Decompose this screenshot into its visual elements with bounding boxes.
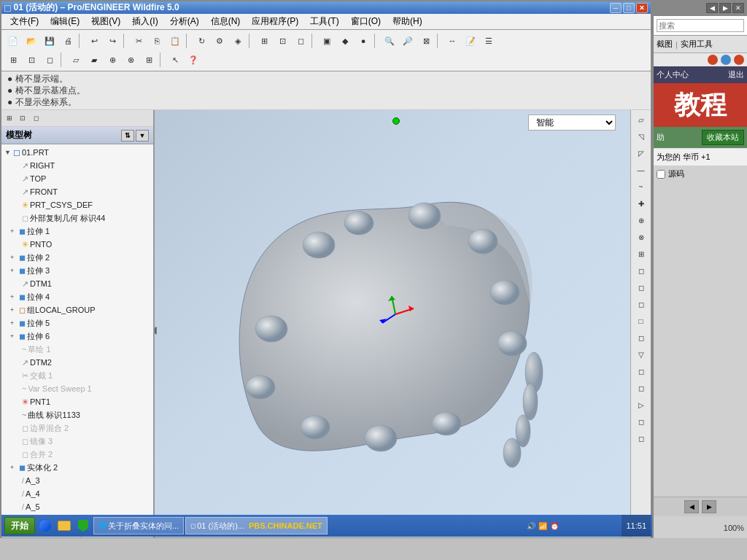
tree-item-14[interactable]: + ◼ 拉伸 6 [1,330,153,343]
rt-hole[interactable]: ◻ [632,380,650,396]
tree-item-3[interactable]: ↗ FRONT [1,185,153,198]
tb-plane4[interactable]: ⊗ [122,52,139,68]
tree-item-11[interactable]: + ◼ 拉伸 4 [1,290,153,303]
tb-sketch1[interactable]: ⊞ [4,52,22,68]
rt-line[interactable]: — [632,162,650,178]
ad-nav-forward[interactable]: ▶ [719,3,731,13]
tb-plane5[interactable]: ⊞ [140,52,158,68]
tree-item-24[interactable]: + ◼ 实体化 2 [1,461,153,474]
collect-site-button[interactable]: 收藏本站 [702,130,744,145]
tb-plane2[interactable]: ▰ [85,52,103,68]
rt-draft[interactable]: ▽ [632,346,650,362]
tb-dim[interactable]: ↔ [444,33,461,49]
tb-sel[interactable]: ↖ [166,52,184,68]
tree-item-26[interactable]: / A_4 [1,487,153,500]
rt-pattern[interactable]: ⊞ [632,246,650,262]
ad-dot-2[interactable] [721,55,731,65]
tb-copy[interactable]: ⎘ [148,33,166,49]
tree-layers-btn[interactable]: ⊡ [16,112,29,125]
tb-orient[interactable]: ◈ [229,33,247,49]
tree-item-10[interactable]: ↗ DTM1 [1,277,153,290]
tb-help-icon[interactable]: ❓ [185,52,202,68]
menu-edit[interactable]: 编辑(E) [44,14,85,29]
tb-undo[interactable]: ↩ [85,33,103,49]
tree-item-13[interactable]: + ◼ 拉伸 5 [1,316,153,330]
start-button[interactable]: 开始 [4,517,35,534]
ad-dot-3[interactable] [734,55,744,65]
tree-item-5[interactable]: ◻ 外部复制几何 标识44 [1,211,153,225]
ad-nav-back[interactable]: ◀ [706,3,718,13]
tb-view1[interactable]: ⊞ [255,33,273,49]
taskbar-icon-ie[interactable] [36,517,54,534]
tree-item-19[interactable]: ✳ PNT1 [1,395,153,408]
tb-view3[interactable]: ◻ [292,33,309,49]
tb-display2[interactable]: ◆ [336,33,354,49]
ad-nav-x[interactable]: ✕ [732,3,744,13]
tb-display1[interactable]: ▣ [318,33,336,49]
rt-mirror[interactable]: ⊗ [632,229,650,245]
menu-applications[interactable]: 应用程序(P) [246,14,304,29]
tree-settings-btn[interactable]: ◻ [29,112,42,125]
personal-center-label[interactable]: 个人中心 [657,69,689,80]
tree-item-12[interactable]: + ◻ 组LOCAL_GROUP [1,303,153,316]
tree-item-25[interactable]: / A_3 [1,474,153,487]
logout-label[interactable]: 退出 [728,69,744,80]
tree-item-16[interactable]: ↗ DTM2 [1,356,153,369]
tree-item-22[interactable]: ◻ 镜像 3 [1,435,153,448]
tb-view2[interactable]: ⊡ [274,33,291,49]
tb-zoom-in[interactable]: 🔍 [381,33,398,49]
tb-save[interactable]: 💾 [41,33,58,49]
tb-cut[interactable]: ✂ [130,33,147,49]
tree-item-9[interactable]: + ◼ 拉伸 3 [1,264,153,277]
tb-regen[interactable]: ↻ [193,33,210,49]
menu-analysis[interactable]: 分析(A) [164,14,205,29]
rt-shell[interactable]: ◻ [632,296,650,312]
tree-menu-btn[interactable]: ▼ [136,130,149,141]
tree-item-15[interactable]: ~ 草绘 1 [1,343,153,356]
tree-view-btn[interactable]: ⊞ [3,112,16,125]
rt-revolve[interactable]: ◸ [632,145,650,161]
tree-item-23[interactable]: ◻ 合并 2 [1,448,153,461]
tb-plane1[interactable]: ▱ [67,52,85,68]
menu-insert[interactable]: 插入(I) [126,14,163,29]
rt-plane[interactable]: ▱ [632,112,650,128]
tree-item-20[interactable]: ~ 曲线 标识1133 [1,408,153,421]
rt-csys[interactable]: ◻ [632,413,650,429]
tb-zoom-fit[interactable]: ⊠ [417,33,435,49]
tb-feature[interactable]: ⚙ [211,33,228,49]
menu-help[interactable]: 帮助(H) [387,14,428,29]
tb-display3[interactable]: ● [355,33,372,49]
menu-tools[interactable]: 工具(T) [304,14,344,29]
tree-item-6[interactable]: + ◼ 拉伸 1 [1,225,153,238]
tb-note[interactable]: 📝 [462,33,479,49]
snap-mode-select[interactable]: 智能 [528,114,616,131]
source-checkbox[interactable] [657,170,665,179]
rt-curve[interactable]: ~ [632,179,650,195]
rt-arrow[interactable]: ▷ [632,397,650,413]
tree-item-4[interactable]: ✳ PRT_CSYS_DEF [1,198,153,211]
menu-info[interactable]: 信息(N) [205,14,247,29]
panel-collapse-btn[interactable]: ◀ [155,324,157,335]
minimize-button[interactable]: ─ [610,3,622,13]
maximize-button[interactable]: □ [623,3,635,13]
ad-dot-1[interactable] [708,55,718,65]
menu-window[interactable]: 窗口(O) [345,14,387,29]
tree-sort-btn[interactable]: ⇅ [121,130,134,141]
rt-rib[interactable]: ◻ [632,363,650,379]
tb-paste[interactable]: 📋 [166,33,184,49]
rt-axis[interactable]: ⊕ [632,212,650,228]
rt-sweep[interactable]: ◻ [632,279,650,295]
rt-round[interactable]: □ [632,313,650,329]
tb-zoom-out[interactable]: 🔎 [399,33,417,49]
tb-new[interactable]: 📄 [4,33,22,49]
tb-print[interactable]: 🖨 [59,33,77,49]
tb-redo[interactable]: ↪ [104,33,121,49]
ad-search-input[interactable] [657,19,744,32]
menu-view[interactable]: 视图(V) [85,14,126,29]
tree-item-21[interactable]: ◻ 边界混合 2 [1,421,153,435]
taskbar-task-1[interactable]: 🌐 关于折叠实体的问... [93,517,184,534]
3d-viewport[interactable]: 智能 ◀ [155,110,630,537]
tb-sketch2[interactable]: ⊡ [23,52,40,68]
tree-item-2[interactable]: ↗ TOP [1,172,153,185]
close-button[interactable]: ✕ [636,3,648,13]
